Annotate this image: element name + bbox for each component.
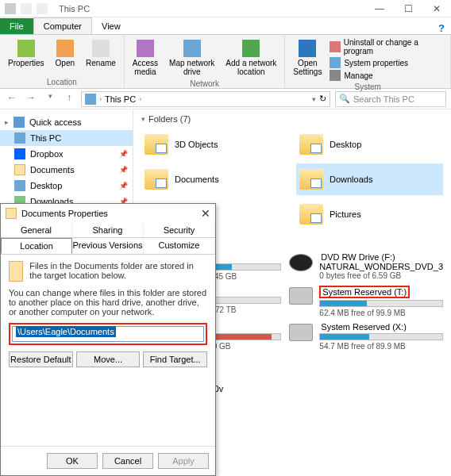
move-button[interactable]: Move... xyxy=(76,351,141,367)
tab-previous-versions[interactable]: Previous Versions xyxy=(72,238,144,254)
apply-button[interactable]: Apply xyxy=(158,453,209,469)
folder-item[interactable]: Downloads xyxy=(296,163,443,195)
search-icon: 🔍 xyxy=(339,94,350,104)
tab-computer[interactable]: Computer xyxy=(33,17,92,34)
nav-this-pc[interactable]: This PC xyxy=(0,130,133,146)
rename-icon xyxy=(92,40,110,57)
chevron-down-icon: ▾ xyxy=(141,115,145,123)
address-bar: ← → ▾ ↑ › This PC › ▾ ↻ 🔍 Search This PC xyxy=(0,89,451,109)
ribbon-group-network: Access media Map network drive Add a net… xyxy=(125,35,285,88)
recent-button[interactable]: ▾ xyxy=(43,92,57,106)
tab-customize[interactable]: Customize xyxy=(144,238,215,254)
open-icon xyxy=(56,40,74,57)
nav-quick-access[interactable]: ▸Quick access xyxy=(0,114,133,130)
nav-desktop[interactable]: Desktop📌 xyxy=(0,178,133,194)
tab-general[interactable]: General xyxy=(1,223,72,237)
desktop-icon xyxy=(14,180,25,191)
dialog-tabs-row1: General Sharing Security xyxy=(1,223,215,238)
sysprops-icon xyxy=(330,57,341,68)
qat-button[interactable] xyxy=(37,3,48,14)
maximize-button[interactable]: ☐ xyxy=(394,0,422,17)
dialog-close-button[interactable]: ✕ xyxy=(201,207,210,220)
restore-default-button[interactable]: Restore Default xyxy=(9,351,73,367)
dialog-titlebar: Documents Properties ✕ xyxy=(1,204,215,223)
properties-button[interactable]: Properties xyxy=(5,38,48,76)
folder-item[interactable]: Desktop xyxy=(296,129,443,160)
dialog-title: Documents Properties xyxy=(21,209,108,218)
nav-dropbox[interactable]: Dropbox📌 xyxy=(0,146,133,162)
ribbon-group-location: Properties Open Rename Location xyxy=(0,35,125,88)
ok-button[interactable]: OK xyxy=(47,453,98,469)
refresh-button[interactable]: ↻ xyxy=(319,94,326,104)
group-label: System xyxy=(290,83,445,91)
section-folders[interactable]: ▾Folders (7) xyxy=(141,114,443,124)
pin-icon: 📌 xyxy=(119,150,128,158)
map-drive-icon xyxy=(183,40,201,57)
folder-icon xyxy=(14,164,25,175)
chevron-down-icon[interactable]: ▾ xyxy=(312,95,316,103)
group-label: Network xyxy=(129,79,279,88)
tab-sharing[interactable]: Sharing xyxy=(72,223,144,237)
rename-button[interactable]: Rename xyxy=(83,38,119,76)
tab-security[interactable]: Security xyxy=(144,223,215,237)
media-icon xyxy=(137,40,154,57)
dialog-tabs-row2: Location Previous Versions Customize xyxy=(1,238,215,255)
star-icon xyxy=(13,117,25,128)
back-button[interactable]: ← xyxy=(5,92,19,106)
uninstall-button[interactable]: Uninstall or change a program xyxy=(330,38,445,56)
folder-item[interactable]: Pictures xyxy=(296,198,443,230)
ribbon: Properties Open Rename Location Access m… xyxy=(0,35,451,89)
system-properties-button[interactable]: System properties xyxy=(330,57,445,68)
drive-item[interactable]: System Reserved (T:)62.4 MB free of 99.9… xyxy=(289,286,443,317)
drive-icon xyxy=(289,324,313,341)
breadcrumb[interactable]: This PC xyxy=(105,94,136,104)
pc-icon xyxy=(85,94,96,105)
up-button[interactable]: ↑ xyxy=(62,92,76,106)
location-description: Files in the Documents folder are stored… xyxy=(29,261,207,282)
help-icon[interactable]: ? xyxy=(438,22,445,34)
drive-item[interactable]: System Reserved (X:)54.7 MB free of 89.9… xyxy=(289,322,443,351)
manage-button[interactable]: Manage xyxy=(330,70,445,81)
titlebar: This PC — ☐ ✕ xyxy=(0,0,451,17)
location-path-input[interactable]: \Users\Eagle\Documents xyxy=(12,326,204,342)
minimize-button[interactable]: — xyxy=(365,0,394,17)
folder-item[interactable]: Documents xyxy=(141,163,288,195)
folder-icon xyxy=(145,134,168,155)
quick-access-toolbar xyxy=(0,3,52,14)
tab-file[interactable]: File xyxy=(0,18,33,34)
folder-icon xyxy=(145,169,168,190)
folder-icon xyxy=(299,169,323,190)
close-button[interactable]: ✕ xyxy=(422,0,451,17)
search-input[interactable]: 🔍 Search This PC xyxy=(335,91,446,107)
forward-button[interactable]: → xyxy=(24,92,38,106)
documents-icon xyxy=(9,261,23,282)
open-settings-button[interactable]: Open Settings xyxy=(290,38,325,81)
app-icon xyxy=(5,3,16,14)
address-box[interactable]: › This PC › ▾ ↻ xyxy=(81,91,330,107)
open-button[interactable]: Open xyxy=(52,38,78,76)
drive-icon xyxy=(289,287,313,305)
nav-documents[interactable]: Documents📌 xyxy=(0,162,133,178)
properties-icon xyxy=(17,40,35,57)
tab-location[interactable]: Location xyxy=(1,238,72,254)
find-target-button[interactable]: Find Target... xyxy=(143,351,207,367)
tab-view[interactable]: View xyxy=(92,18,130,34)
folder-icon xyxy=(299,134,323,155)
window-title: This PC xyxy=(59,4,90,13)
add-location-button[interactable]: Add a network location xyxy=(222,38,279,78)
dropbox-icon xyxy=(14,148,25,159)
access-media-button[interactable]: Access media xyxy=(129,38,161,78)
cancel-button[interactable]: Cancel xyxy=(102,453,153,469)
ribbon-group-system: Open Settings Uninstall or change a prog… xyxy=(285,35,451,88)
folder-item[interactable]: 3D Objects xyxy=(141,129,288,160)
drive-item[interactable]: DVD RW Drive (F:)NATURAL_WONDERS_DVD_30 … xyxy=(289,252,443,281)
map-drive-button[interactable]: Map network drive xyxy=(166,38,218,78)
pin-icon: 📌 xyxy=(119,182,128,190)
chevron-right-icon: › xyxy=(99,95,102,103)
qat-button[interactable] xyxy=(21,3,32,14)
properties-dialog: Documents Properties ✕ General Sharing S… xyxy=(0,203,216,476)
group-label: Location xyxy=(5,78,119,86)
location-description2: You can change where files in this folde… xyxy=(9,288,207,317)
folder-icon xyxy=(6,208,17,219)
drive-icon xyxy=(289,254,313,271)
